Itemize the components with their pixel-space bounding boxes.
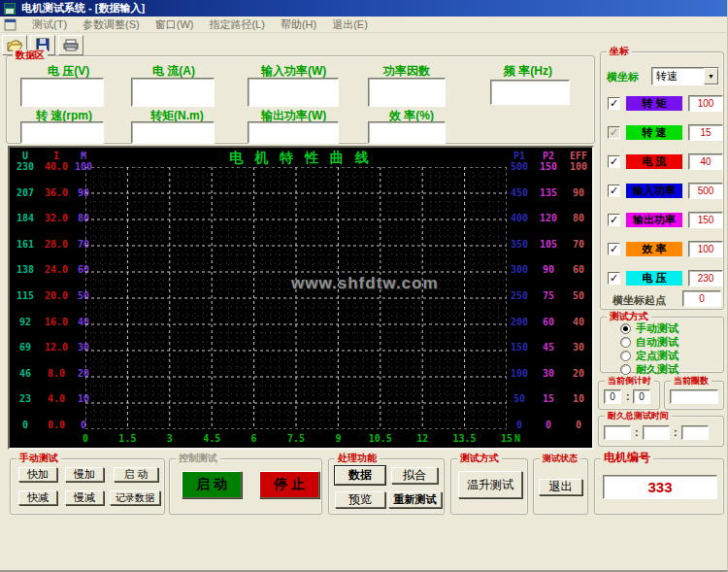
process-group: 处理功能 数据 拟合 预览 重新测试 [328,458,445,515]
axis-tick: 400 [505,214,534,223]
record-data-button[interactable]: 记录数据 [110,490,160,505]
data-button[interactable]: 数据 [335,466,385,485]
menu-help[interactable]: 帮助(H) [281,17,316,32]
start-button[interactable]: 启 动 [182,471,242,498]
axis-tick: 30 [565,343,592,353]
voltage-max-input[interactable]: 230 [688,270,723,286]
endurance-minutes-input[interactable] [643,425,670,440]
x-axis-tick: 6 [251,433,257,445]
frequency-label: 频 率(Hz) [504,63,552,80]
colon-separator: : [674,426,678,438]
input-power-input[interactable] [248,78,339,107]
torque-input[interactable] [131,121,215,144]
x-axis-tick: 3 [167,433,173,445]
radio-fixed-point-test[interactable]: 定点测试 [620,349,678,362]
axis-tick: 20 [565,369,592,379]
manual-start-button[interactable]: 启 动 [114,467,158,482]
slow-decrease-button[interactable]: 慢减 [65,490,104,505]
app-icon [3,2,17,16]
temperature-rise-test-button[interactable]: 温升测试 [458,471,522,498]
current-loop-input[interactable] [670,389,718,404]
fast-increase-button[interactable]: 快加 [18,467,57,482]
radio-manual-test[interactable]: 手动测试 [620,321,678,335]
axis-tick: 28.0 [41,240,72,250]
menu-param-adjust[interactable]: 参数调整(S) [83,17,140,32]
torque-checkbox[interactable] [608,97,620,110]
current-loop-title: 当前圈数 [671,375,711,387]
endurance-hours-input[interactable] [604,425,631,440]
torque-max-input[interactable]: 100 [688,95,723,112]
x-axis-tick: 12 [416,433,428,445]
x-axis-tick: 15 [501,433,513,445]
countdown-minutes-input[interactable]: 0 [633,389,650,404]
manual-test-title: 手动测试 [17,453,61,464]
countdown-hours-input[interactable]: 0 [604,389,621,404]
preview-button[interactable]: 预览 [335,491,385,508]
power-factor-input[interactable] [368,78,446,107]
axis-tick: 4.0 [41,394,72,404]
efficiency-max-input[interactable]: 100 [688,241,723,257]
fit-button[interactable]: 拟合 [391,467,438,484]
axis-tick: 0.0 [41,421,72,430]
efficiency-input[interactable] [368,121,446,144]
axis-voltage: U230207184161138115926946230 [12,150,39,430]
coord-row-input-power: 输入功率 500 [601,183,723,199]
grid-lines [85,167,507,429]
input-power-max-input[interactable]: 500 [688,183,723,199]
axis-tick: 32.0 [41,214,72,223]
radio-endurance-test[interactable]: 耐久测试 [620,362,678,376]
current-checkbox[interactable] [608,155,620,168]
slow-increase-button[interactable]: 慢加 [65,467,104,482]
axis-tick: 90 [565,188,592,198]
x-start-label: 横坐标起点 [612,293,666,308]
control-test-group: 控制测试 启 动 停 止 [169,458,322,515]
current-input[interactable] [131,78,215,107]
x-axis-select[interactable]: 转速 ▼ [651,67,719,85]
chevron-down-icon[interactable]: ▼ [704,68,718,84]
menu-window[interactable]: 窗口(W) [155,17,194,32]
stop-button[interactable]: 停 止 [259,471,319,498]
motor-id-input[interactable]: 333 [603,475,717,499]
axis-tick: 207 [12,188,39,198]
endurance-seconds-input[interactable] [681,425,709,440]
retest-button[interactable]: 重新测试 [388,491,442,508]
x-axis-select-label: 横坐标 [607,70,639,84]
voltage-input[interactable] [20,78,104,107]
output-power-input[interactable] [248,121,339,144]
axis-tick: 75 [536,291,561,301]
menu-path[interactable]: 指定路径(L) [209,17,264,32]
mdi-child-icon [4,18,17,31]
speed-max-input[interactable]: 15 [688,124,723,141]
axis-tick: 15 [536,394,561,404]
motor-test-system-window: { "window": { "title": "电机测试系统 - [数据输入]"… [0,0,728,572]
voltage-checkbox[interactable] [608,272,620,285]
x-axis-selected-value: 转速 [652,69,704,84]
axis-tick: 0 [536,421,561,430]
menu-test[interactable]: 测试(T) [32,17,67,32]
control-test-title: 控制测试 [176,453,220,464]
print-button[interactable] [58,35,83,55]
radio-icon [620,364,631,375]
watermark: www.shfdtw.com [291,274,439,293]
menu-exit[interactable]: 退出(E) [332,17,368,32]
x-start-input[interactable]: 0 [682,290,721,307]
radio-icon [620,323,631,334]
axis-tick: 90 [536,265,561,275]
speed-checkbox[interactable] [608,126,620,139]
axis-tick: 115 [12,291,39,301]
input-power-checkbox[interactable] [608,185,620,197]
frequency-input[interactable] [490,80,570,105]
process-title: 处理功能 [335,453,380,464]
efficiency-chip: 效 率 [626,242,682,256]
exit-button[interactable]: 退出 [539,479,582,495]
output-power-checkbox[interactable] [608,214,620,226]
axis-tick: 350 [505,240,534,250]
coord-row-output-power: 输出功率 150 [601,212,723,228]
current-max-input[interactable]: 40 [688,153,723,170]
speed-input[interactable] [20,121,104,144]
x-axis-tick: 4.5 [203,433,220,445]
radio-auto-test[interactable]: 自动测试 [620,335,678,349]
efficiency-checkbox[interactable] [608,243,620,255]
output-power-max-input[interactable]: 150 [688,212,723,228]
fast-decrease-button[interactable]: 快减 [18,490,57,505]
